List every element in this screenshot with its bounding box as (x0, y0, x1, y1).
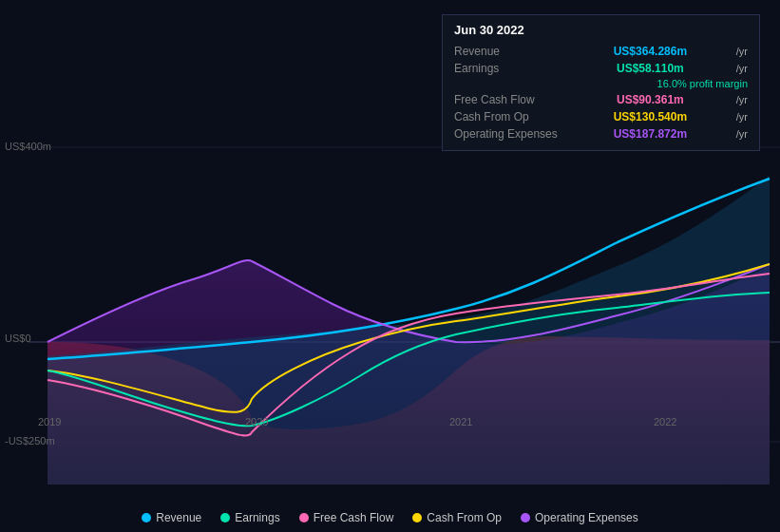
tooltip-opex-label: Operating Expenses (454, 127, 568, 141)
legend-item-opex[interactable]: Operating Expenses (521, 511, 638, 524)
tooltip-earnings-row: Earnings US$58.110m /yr (454, 60, 748, 77)
legend: Revenue Earnings Free Cash Flow Cash Fro… (0, 511, 780, 524)
tooltip-opex-row: Operating Expenses US$187.872m /yr (454, 125, 748, 142)
y-label-zero: US$0 (5, 332, 31, 344)
legend-dot-revenue (142, 513, 151, 522)
tooltip-fcf-suffix: /yr (736, 94, 748, 105)
legend-item-cashfromop[interactable]: Cash From Op (412, 511, 502, 524)
tooltip-earnings-label: Earnings (454, 62, 568, 75)
legend-label-cashfromop: Cash From Op (427, 511, 502, 524)
y-label-neg250m: -US$250m (5, 435, 55, 446)
tooltip-cashfromop-row: Cash From Op US$130.540m /yr (454, 108, 748, 125)
x-label-2020: 2020 (245, 416, 268, 428)
tooltip-date: Jun 30 2022 (454, 23, 748, 37)
legend-label-earnings: Earnings (235, 511, 279, 524)
legend-label-opex: Operating Expenses (535, 511, 638, 524)
tooltip-fcf-value: US$90.361m (617, 93, 684, 106)
tooltip-cashfromop-label: Cash From Op (454, 110, 568, 124)
profit-margin-text: 16.0% profit margin (657, 78, 748, 89)
tooltip-opex-suffix: /yr (736, 128, 748, 140)
tooltip-earnings-suffix: /yr (736, 63, 748, 74)
x-label-2019: 2019 (38, 416, 61, 428)
legend-dot-earnings (220, 513, 230, 522)
legend-dot-fcf (299, 513, 309, 522)
tooltip-revenue-value: US$364.286m (614, 45, 687, 58)
chart-area: US$400m US$0 -US$250m 2019 2020 2021 202… (0, 0, 780, 484)
tooltip-box: Jun 30 2022 Revenue US$364.286m /yr Earn… (442, 14, 760, 151)
legend-dot-opex (521, 513, 530, 522)
legend-item-fcf[interactable]: Free Cash Flow (299, 511, 394, 524)
tooltip-cashfromop-suffix: /yr (736, 111, 748, 123)
tooltip-fcf-label: Free Cash Flow (454, 93, 568, 106)
y-label-400m: US$400m (5, 141, 51, 152)
legend-label-revenue: Revenue (156, 511, 201, 524)
tooltip-cashfromop-value: US$130.540m (614, 110, 687, 124)
tooltip-revenue-suffix: /yr (736, 46, 748, 57)
legend-dot-cashfromop (412, 513, 422, 522)
x-label-2022: 2022 (654, 416, 676, 428)
legend-item-earnings[interactable]: Earnings (220, 511, 279, 524)
tooltip-revenue-label: Revenue (454, 45, 568, 58)
legend-item-revenue[interactable]: Revenue (142, 511, 201, 524)
tooltip-opex-value: US$187.872m (614, 127, 687, 141)
profit-margin-row: 16.0% profit margin (454, 77, 748, 91)
tooltip-earnings-value: US$58.110m (617, 62, 684, 75)
legend-label-fcf: Free Cash Flow (314, 511, 394, 524)
x-label-2021: 2021 (449, 416, 472, 428)
tooltip-fcf-row: Free Cash Flow US$90.361m /yr (454, 91, 748, 108)
tooltip-revenue-row: Revenue US$364.286m /yr (454, 43, 748, 60)
